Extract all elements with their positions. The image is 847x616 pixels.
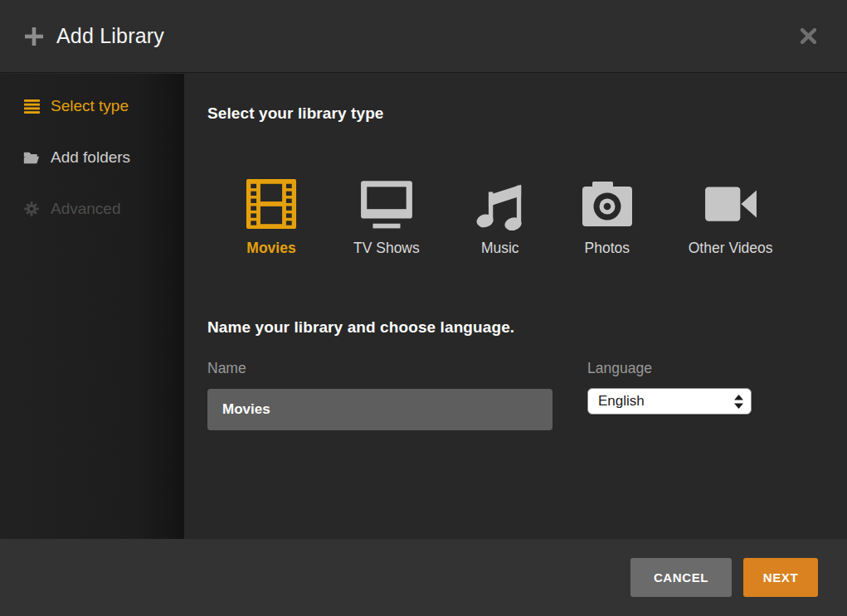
list-icon [23,98,40,114]
library-type-label: Other Videos [689,240,773,257]
sidebar: Select type Add folders [0,74,184,539]
library-type-label: Photos [585,240,630,257]
language-select-value: English [598,393,645,410]
library-type-row: Movies TV Shows [244,177,847,257]
sidebar-item-advanced: Advanced [0,183,184,235]
type-section-heading: Select your library type [207,104,847,123]
main-content: Select your library type [184,74,847,539]
name-language-form: Name Language English [207,360,847,430]
name-field-label: Name [207,360,552,377]
film-strip-icon [244,177,299,230]
library-type-music[interactable]: Music [475,177,526,257]
sidebar-item-label: Add folders [51,148,130,167]
sidebar-item-label: Advanced [51,200,121,218]
video-camera-icon [703,177,758,230]
library-name-input[interactable] [207,389,552,430]
library-type-photos[interactable]: Photos [581,177,634,257]
tv-icon [359,177,414,230]
library-type-label: Movies [246,240,295,257]
language-select[interactable]: English [587,388,752,415]
sidebar-item-select-type[interactable]: Select type [0,80,184,132]
select-arrows-icon [734,395,743,409]
add-library-dialog: Add Library Select type [0,0,847,616]
music-note-icon [475,177,526,230]
language-field-label: Language [587,360,752,377]
sidebar-item-add-folders[interactable]: Add folders [0,132,184,183]
close-button[interactable] [794,22,822,51]
dialog-title: Add Library [56,24,164,48]
plus-icon [25,27,43,46]
close-icon [801,28,816,44]
dialog-body: Select type Add folders [0,74,847,539]
camera-icon [581,177,634,230]
next-button[interactable]: NEXT [743,558,818,597]
library-type-movies[interactable]: Movies [244,177,299,257]
name-section-heading: Name your library and choose language. [207,318,847,337]
folder-icon [23,149,40,166]
library-type-label: Music [481,240,519,257]
library-type-label: TV Shows [353,240,420,257]
cancel-button[interactable]: CANCEL [630,558,732,597]
gear-icon [23,201,40,217]
dialog-header: Add Library [0,0,847,73]
library-type-other-videos[interactable]: Other Videos [689,177,773,257]
library-type-tv-shows[interactable]: TV Shows [353,177,420,257]
dialog-footer: CANCEL NEXT [0,539,847,616]
sidebar-item-label: Select type [51,97,129,115]
